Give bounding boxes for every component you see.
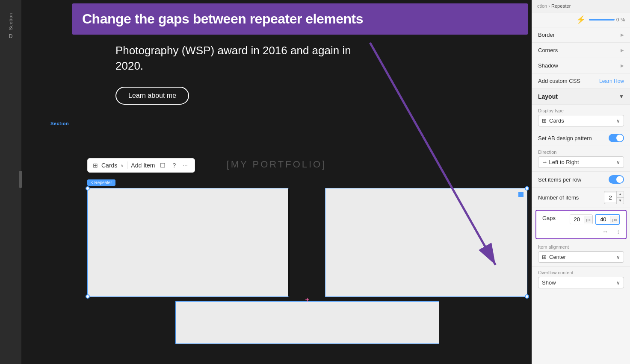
lightning-icon[interactable]: ⚡ (576, 15, 586, 24)
panel-breadcrumb: ction › Repeater (532, 0, 630, 12)
toolbar-comment-button[interactable]: ☐ (158, 161, 167, 170)
custom-css-label: Add custom CSS (538, 78, 580, 84)
ab-toggle-knob (616, 135, 623, 141)
ab-pattern-toggle[interactable] (609, 134, 624, 142)
learn-how-link[interactable]: Learn How (599, 78, 624, 84)
overflow-select[interactable]: Show ∨ (538, 277, 624, 288)
items-per-row-toggle[interactable] (609, 175, 624, 184)
cards-toolbar: ⊞ Cards ∨ Add Item ☐ ? ··· (87, 158, 195, 173)
breadcrumb-active: Repeater (551, 3, 571, 9)
corner-handle-bl[interactable] (86, 294, 90, 299)
toolbar-more-button[interactable]: ··· (181, 161, 189, 170)
display-type-label: Display type (538, 108, 624, 113)
items-per-row-row: Set items per row (532, 172, 630, 188)
border-label: Border (538, 32, 555, 38)
corners-row[interactable]: Corners ▶ (532, 43, 630, 58)
gaps-inputs: px px (570, 214, 620, 225)
panel-header: ⚡ 0 % (532, 12, 630, 27)
corners-label: Corners (538, 47, 558, 53)
gaps-row: Gaps px px ↔ ↕ (535, 210, 627, 239)
alignment-icon: ⊞ (542, 254, 547, 260)
learn-about-me-button[interactable]: Learn about me (115, 87, 189, 105)
alignment-select[interactable]: ⊞ Center ∨ (538, 251, 624, 263)
learn-btn-container: Learn about me (21, 82, 532, 113)
alignment-label: Item alignment (538, 244, 624, 250)
layout-chevron: ▼ (619, 94, 624, 100)
shadow-label: Shadow (538, 62, 558, 69)
direction-select[interactable]: → Left to Right ∨ (538, 156, 624, 168)
app-container: Section D Photography (WSP) award in 201… (0, 0, 630, 364)
corner-handle-br[interactable] (525, 294, 529, 299)
breadcrumb-path: ction (537, 3, 547, 9)
border-arrow: ▶ (621, 32, 624, 37)
center-plus-icon: + (305, 296, 310, 305)
toolbar-divider (127, 161, 127, 169)
canvas-content: Photography (WSP) award in 2016 and agai… (21, 0, 532, 364)
percent-sign: % (621, 17, 625, 22)
left-sidebar: Section D (0, 0, 21, 364)
overflow-chevron: ∨ (616, 280, 620, 286)
repeater-item-2 (325, 188, 527, 297)
shadow-row[interactable]: Shadow ▶ (532, 58, 630, 73)
gap-h-input[interactable] (570, 215, 584, 224)
stepper-down-button[interactable]: ▼ (617, 198, 624, 204)
repeater-item-3 (175, 301, 439, 344)
layout-section-header[interactable]: Layout ▼ (532, 89, 630, 105)
right-panel: ction › Repeater ⚡ 0 % Border ▶ Corners … (532, 0, 630, 364)
number-of-items-row: Number of items ▲ ▼ (532, 188, 630, 208)
toolbar-help-button[interactable]: ? (171, 161, 177, 170)
direction-chevron: ∨ (616, 159, 620, 165)
cards-grid-icon: ⊞ (93, 162, 98, 169)
number-of-items-label: Number of items (538, 194, 579, 201)
top-banner: Change the gaps between repeater element… (72, 3, 528, 35)
cards-chevron-icon[interactable]: ∨ (121, 163, 124, 168)
border-row[interactable]: Border ▶ (532, 27, 630, 43)
alignment-chevron: ∨ (616, 254, 620, 260)
overflow-value: Show (542, 279, 556, 286)
overflow-label: Overflow content (538, 270, 624, 275)
corner-handle-tr[interactable] (525, 186, 529, 191)
shadow-arrow: ▶ (621, 63, 624, 68)
display-type-row: Display type ⊞ Cards ∨ (532, 105, 630, 130)
stepper-buttons: ▲ ▼ (616, 191, 624, 204)
display-type-select[interactable]: ⊞ Cards ∨ (538, 115, 624, 126)
award-text: Photography (WSP) award in 2016 and agai… (115, 43, 372, 74)
item-indicator (518, 192, 524, 197)
repeater-item-1 (87, 188, 290, 297)
display-cards-icon: ⊞ (542, 117, 547, 124)
item-alignment-row: Item alignment ⊞ Center ∨ (532, 241, 630, 267)
number-of-items-stepper[interactable]: ▲ ▼ (604, 191, 624, 204)
canvas-area: Photography (WSP) award in 2016 and agai… (21, 0, 532, 364)
direction-value: → Left to Right (542, 159, 579, 165)
gap-v-input-group[interactable]: px (595, 214, 620, 225)
sidebar-handle[interactable] (19, 171, 22, 188)
gap-vertical-icon: ↕ (617, 228, 620, 235)
repeater-grid: + (87, 188, 527, 360)
corners-arrow: ▶ (621, 48, 624, 53)
opacity-bar[interactable] (589, 19, 615, 21)
gaps-label: Gaps (542, 215, 556, 221)
gap-h-input-group[interactable]: px (570, 214, 593, 224)
ab-pattern-row: Set AB design pattern (532, 130, 630, 146)
sidebar-d: D (9, 33, 13, 39)
items-per-row-label: Set items per row (538, 176, 581, 183)
repeater-tag[interactable]: < Repeater (87, 179, 115, 186)
ab-pattern-label: Set AB design pattern (538, 135, 592, 141)
add-item-button[interactable]: Add Item (131, 162, 155, 169)
alignment-value: Center (549, 254, 566, 260)
direction-row: Direction → Left to Right ∨ (532, 146, 630, 172)
gap-horizontal-icon: ↔ (602, 228, 608, 235)
corner-handle-tl[interactable] (86, 186, 90, 191)
stepper-up-button[interactable]: ▲ (617, 191, 624, 198)
gap-v-input[interactable] (596, 215, 610, 224)
opacity-control: 0 % (589, 17, 625, 22)
display-cards-label: Cards (549, 117, 564, 124)
gap-v-unit: px (610, 216, 619, 223)
gap-h-unit: px (584, 216, 593, 223)
display-chevron-icon: ∨ (616, 118, 620, 124)
section-label: Section (50, 121, 69, 126)
number-of-items-input[interactable] (604, 193, 616, 202)
layout-section-title: Layout (538, 93, 558, 100)
custom-css-row[interactable]: Add custom CSS Learn How (532, 73, 630, 89)
direction-label: Direction (538, 150, 624, 155)
